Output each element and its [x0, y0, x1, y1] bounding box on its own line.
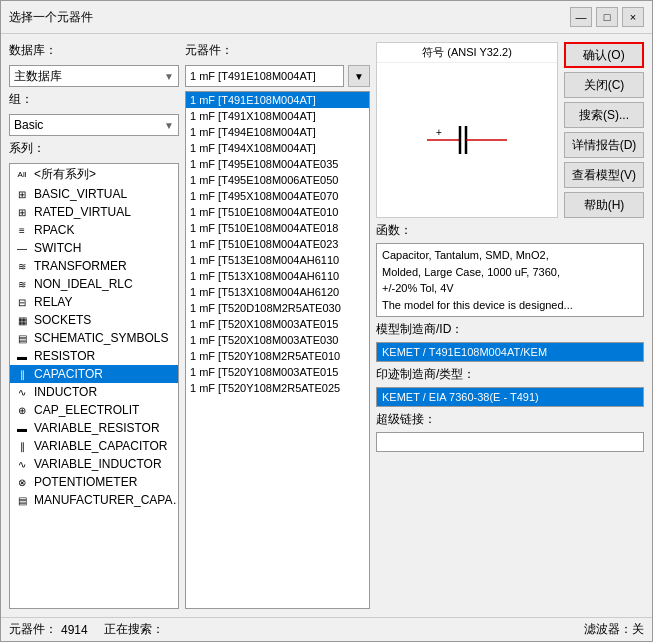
- series-item-label: TRANSFORMER: [34, 259, 127, 273]
- component-item[interactable]: 1 mF [T491E108M004AT]: [186, 92, 369, 108]
- window-close-button[interactable]: ×: [622, 7, 644, 27]
- series-item-label: <所有系列>: [34, 166, 96, 183]
- series-item-label: SWITCH: [34, 241, 81, 255]
- rated-series-icon: ⊞: [14, 206, 30, 218]
- help-button[interactable]: 帮助(H): [564, 192, 644, 218]
- series-item-label: RPACK: [34, 223, 74, 237]
- resistor-series-icon: ▬: [14, 350, 30, 362]
- series-item-var_ind[interactable]: ∿VARIABLE_INDUCTOR: [10, 455, 178, 473]
- component-item[interactable]: 1 mF [T491X108M004AT]: [186, 108, 369, 124]
- status-components: 元器件： 4914: [9, 621, 88, 638]
- component-list: 1 mF [T491E108M004AT]1 mF [T491X108M004A…: [185, 91, 370, 609]
- component-item[interactable]: 1 mF [T495E108M004ATE035: [186, 156, 369, 172]
- nonideal-series-icon: ≋: [14, 278, 30, 290]
- detail-report-button[interactable]: 详情报告(D): [564, 132, 644, 158]
- series-item-nonideal[interactable]: ≋NON_IDEAL_RLC: [10, 275, 178, 293]
- series-item-inductor[interactable]: ∿INDUCTOR: [10, 383, 178, 401]
- footprint-value: KEMET / EIA 7360-38(E - T491): [376, 387, 644, 407]
- series-item-var_cap[interactable]: ∥VARIABLE_CAPACITOR: [10, 437, 178, 455]
- series-item-resistor[interactable]: ▬RESISTOR: [10, 347, 178, 365]
- series-item-var_res[interactable]: ▬VARIABLE_RESISTOR: [10, 419, 178, 437]
- series-item-pot[interactable]: ⊗POTENTIOMETER: [10, 473, 178, 491]
- left-panel: 数据库： 主数据库 ▼ 组： Basic ▼ 系列： All<所有系列>⊞BAS…: [9, 42, 179, 609]
- var_cap-series-icon: ∥: [14, 440, 30, 452]
- series-item-label: NON_IDEAL_RLC: [34, 277, 133, 291]
- status-bar: 元器件： 4914 正在搜索： 滤波器：关: [1, 617, 652, 641]
- filter-button[interactable]: ▼: [348, 65, 370, 87]
- pot-series-icon: ⊗: [14, 476, 30, 488]
- svg-text:+: +: [436, 127, 442, 138]
- view-model-button[interactable]: 查看模型(V): [564, 162, 644, 188]
- component-item[interactable]: 1 mF [T494X108M004AT]: [186, 140, 369, 156]
- series-item-label: BASIC_VIRTUAL: [34, 187, 127, 201]
- series-item-transformer[interactable]: ≋TRANSFORMER: [10, 257, 178, 275]
- db-value: 主数据库: [14, 68, 62, 85]
- component-item[interactable]: 1 mF [T495E108M006ATE050: [186, 172, 369, 188]
- component-item[interactable]: 1 mF [T520Y108M2R5ATE025: [186, 380, 369, 396]
- relay-series-icon: ⊟: [14, 296, 30, 308]
- group-value: Basic: [14, 118, 43, 132]
- footprint-label: 印迹制造商/类型：: [376, 366, 644, 383]
- series-item-sockets[interactable]: ▦SOCKETS: [10, 311, 178, 329]
- series-item-mfr[interactable]: ▤MANUFACTURER_CAPA…: [10, 491, 178, 509]
- series-item-capacitor[interactable]: ∥CAPACITOR: [10, 365, 178, 383]
- series-item-label: VARIABLE_RESISTOR: [34, 421, 160, 435]
- series-item-label: RATED_VIRTUAL: [34, 205, 131, 219]
- series-item-label: RESISTOR: [34, 349, 95, 363]
- maximize-button[interactable]: □: [596, 7, 618, 27]
- confirm-button[interactable]: 确认(O): [564, 42, 644, 68]
- symbol-label: 符号 (ANSI Y32.2): [377, 43, 557, 63]
- group-label: 组：: [9, 91, 179, 108]
- component-item[interactable]: 1 mF [T520X108M003ATE030: [186, 332, 369, 348]
- switch-series-icon: —: [14, 242, 30, 254]
- series-item-label: CAP_ELECTROLIT: [34, 403, 139, 417]
- component-item[interactable]: 1 mF [T510E108M004ATE023: [186, 236, 369, 252]
- component-item[interactable]: 1 mF [T520Y108M2R5ATE010: [186, 348, 369, 364]
- component-item[interactable]: 1 mF [T520D108M2R5ATE030: [186, 300, 369, 316]
- component-item[interactable]: 1 mF [T513X108M004AH6120: [186, 284, 369, 300]
- main-content: 数据库： 主数据库 ▼ 组： Basic ▼ 系列： All<所有系列>⊞BAS…: [1, 34, 652, 617]
- group-combo[interactable]: Basic ▼: [9, 114, 179, 136]
- component-item[interactable]: 1 mF [T513X108M004AH6110: [186, 268, 369, 284]
- component-item[interactable]: 1 mF [T513E108M004AH6110: [186, 252, 369, 268]
- search-button[interactable]: 搜索(S)...: [564, 102, 644, 128]
- window-title: 选择一个元器件: [9, 9, 93, 26]
- db-arrow-icon: ▼: [164, 71, 174, 82]
- func-label: 函数：: [376, 222, 644, 239]
- minimize-button[interactable]: —: [570, 7, 592, 27]
- series-item-cap_elec[interactable]: ⊕CAP_ELECTROLIT: [10, 401, 178, 419]
- status-searching: 正在搜索：: [104, 621, 168, 638]
- series-item-label: SCHEMATIC_SYMBOLS: [34, 331, 168, 345]
- basic-series-icon: ⊞: [14, 188, 30, 200]
- model-label: 模型制造商/ID：: [376, 321, 644, 338]
- series-item-all[interactable]: All<所有系列>: [10, 164, 178, 185]
- series-list: All<所有系列>⊞BASIC_VIRTUAL⊞RATED_VIRTUAL≡RP…: [9, 163, 179, 609]
- series-item-label: INDUCTOR: [34, 385, 97, 399]
- searching-label: 正在搜索：: [104, 621, 164, 638]
- component-item[interactable]: 1 mF [T520X108M003ATE015: [186, 316, 369, 332]
- close-button[interactable]: 关闭(C): [564, 72, 644, 98]
- var_ind-series-icon: ∿: [14, 458, 30, 470]
- db-combo[interactable]: 主数据库 ▼: [9, 65, 179, 87]
- middle-panel: 元器件： 1 mF [T491E108M004AT] ▼ 1 mF [T491E…: [185, 42, 370, 609]
- title-controls: — □ ×: [570, 7, 644, 27]
- series-item-rated[interactable]: ⊞RATED_VIRTUAL: [10, 203, 178, 221]
- component-item[interactable]: 1 mF [T494E108M004AT]: [186, 124, 369, 140]
- series-item-label: MANUFACTURER_CAPA…: [34, 493, 178, 507]
- series-item-label: VARIABLE_INDUCTOR: [34, 457, 162, 471]
- component-item[interactable]: 1 mF [T510E108M004ATE010: [186, 204, 369, 220]
- component-item[interactable]: 1 mF [T495X108M004ATE070: [186, 188, 369, 204]
- series-item-schematic[interactable]: ▤SCHEMATIC_SYMBOLS: [10, 329, 178, 347]
- component-item[interactable]: 1 mF [T520Y108M003ATE015: [186, 364, 369, 380]
- series-item-rpack[interactable]: ≡RPACK: [10, 221, 178, 239]
- rpack-series-icon: ≡: [14, 224, 30, 236]
- component-item[interactable]: 1 mF [T510E108M004ATE018: [186, 220, 369, 236]
- main-window: 选择一个元器件 — □ × 数据库： 主数据库 ▼ 组： Basic ▼ 系列：…: [0, 0, 653, 642]
- series-item-switch[interactable]: —SWITCH: [10, 239, 178, 257]
- series-item-label: CAPACITOR: [34, 367, 103, 381]
- series-item-basic[interactable]: ⊞BASIC_VIRTUAL: [10, 185, 178, 203]
- components-label: 元器件：: [9, 621, 57, 638]
- cap_elec-series-icon: ⊕: [14, 404, 30, 416]
- component-header: 1 mF [T491E108M004AT] ▼: [185, 65, 370, 87]
- series-item-relay[interactable]: ⊟RELAY: [10, 293, 178, 311]
